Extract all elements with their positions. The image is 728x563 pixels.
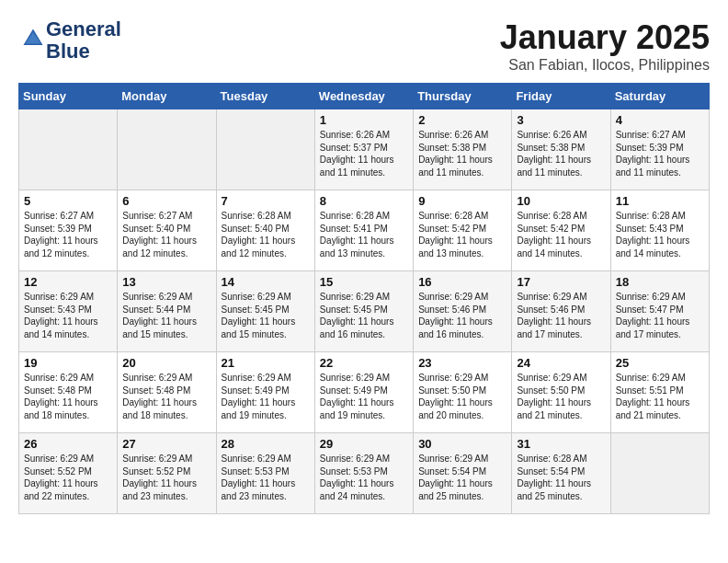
day-number: 15 [320, 275, 408, 289]
day-info: Sunrise: 6:29 AM Sunset: 5:52 PM Dayligh… [122, 453, 210, 502]
day-info: Sunrise: 6:29 AM Sunset: 5:50 PM Dayligh… [517, 372, 605, 421]
day-number: 18 [616, 275, 704, 289]
day-info: Sunrise: 6:29 AM Sunset: 5:48 PM Dayligh… [122, 372, 210, 421]
day-info: Sunrise: 6:26 AM Sunset: 5:38 PM Dayligh… [418, 129, 506, 178]
day-header-saturday: Saturday [610, 84, 709, 109]
calendar-cell: 29Sunrise: 6:29 AM Sunset: 5:53 PM Dayli… [314, 433, 413, 514]
location: San Fabian, Ilocos, Philippines [500, 57, 710, 74]
day-info: Sunrise: 6:26 AM Sunset: 5:37 PM Dayligh… [320, 129, 408, 178]
day-header-tuesday: Tuesday [216, 84, 314, 109]
day-info: Sunrise: 6:29 AM Sunset: 5:48 PM Dayligh… [24, 372, 112, 421]
day-number: 4 [616, 113, 704, 127]
calendar-cell [216, 109, 314, 190]
day-number: 24 [517, 356, 605, 370]
day-info: Sunrise: 6:29 AM Sunset: 5:52 PM Dayligh… [24, 453, 112, 502]
day-number: 3 [517, 113, 605, 127]
day-info: Sunrise: 6:29 AM Sunset: 5:50 PM Dayligh… [418, 372, 506, 421]
day-number: 13 [122, 275, 210, 289]
day-number: 8 [320, 194, 408, 208]
day-info: Sunrise: 6:29 AM Sunset: 5:46 PM Dayligh… [517, 291, 605, 340]
day-header-wednesday: Wednesday [314, 84, 413, 109]
day-number: 25 [616, 356, 704, 370]
calendar-cell: 28Sunrise: 6:29 AM Sunset: 5:53 PM Dayli… [216, 433, 314, 514]
day-info: Sunrise: 6:27 AM Sunset: 5:39 PM Dayligh… [616, 129, 704, 178]
day-number: 21 [222, 356, 310, 370]
day-info: Sunrise: 6:29 AM Sunset: 5:53 PM Dayligh… [222, 453, 310, 502]
day-number: 9 [418, 194, 506, 208]
calendar-cell: 7Sunrise: 6:28 AM Sunset: 5:40 PM Daylig… [216, 190, 314, 271]
logo-text: General Blue [46, 18, 121, 63]
day-info: Sunrise: 6:26 AM Sunset: 5:38 PM Dayligh… [517, 129, 605, 178]
day-info: Sunrise: 6:28 AM Sunset: 5:42 PM Dayligh… [517, 210, 605, 259]
day-header-thursday: Thursday [414, 84, 512, 109]
logo-icon [20, 26, 46, 52]
day-number: 10 [517, 194, 605, 208]
day-number: 11 [616, 194, 704, 208]
calendar-cell [19, 109, 118, 190]
day-number: 30 [418, 437, 506, 451]
day-number: 7 [222, 194, 310, 208]
calendar-cell: 17Sunrise: 6:29 AM Sunset: 5:46 PM Dayli… [512, 271, 610, 352]
calendar-cell: 27Sunrise: 6:29 AM Sunset: 5:52 PM Dayli… [118, 433, 216, 514]
calendar-cell: 11Sunrise: 6:28 AM Sunset: 5:43 PM Dayli… [610, 190, 709, 271]
day-header-friday: Friday [512, 84, 610, 109]
day-number: 17 [517, 275, 605, 289]
week-row: 12Sunrise: 6:29 AM Sunset: 5:43 PM Dayli… [19, 271, 710, 352]
day-number: 31 [517, 437, 605, 451]
week-row: 26Sunrise: 6:29 AM Sunset: 5:52 PM Dayli… [19, 433, 710, 514]
calendar-cell: 22Sunrise: 6:29 AM Sunset: 5:49 PM Dayli… [314, 352, 413, 433]
calendar-cell: 1Sunrise: 6:26 AM Sunset: 5:37 PM Daylig… [314, 109, 413, 190]
calendar-cell: 15Sunrise: 6:29 AM Sunset: 5:45 PM Dayli… [314, 271, 413, 352]
day-info: Sunrise: 6:29 AM Sunset: 5:45 PM Dayligh… [222, 291, 310, 340]
day-info: Sunrise: 6:28 AM Sunset: 5:40 PM Dayligh… [222, 210, 310, 259]
day-header-sunday: Sunday [19, 84, 118, 109]
calendar-cell: 16Sunrise: 6:29 AM Sunset: 5:46 PM Dayli… [414, 271, 512, 352]
calendar-cell: 18Sunrise: 6:29 AM Sunset: 5:47 PM Dayli… [610, 271, 709, 352]
calendar-cell: 9Sunrise: 6:28 AM Sunset: 5:42 PM Daylig… [414, 190, 512, 271]
calendar-cell: 19Sunrise: 6:29 AM Sunset: 5:48 PM Dayli… [19, 352, 118, 433]
day-info: Sunrise: 6:28 AM Sunset: 5:43 PM Dayligh… [616, 210, 704, 259]
day-info: Sunrise: 6:29 AM Sunset: 5:47 PM Dayligh… [616, 291, 704, 340]
day-info: Sunrise: 6:29 AM Sunset: 5:53 PM Dayligh… [320, 453, 408, 502]
calendar-cell: 20Sunrise: 6:29 AM Sunset: 5:48 PM Dayli… [118, 352, 216, 433]
day-info: Sunrise: 6:29 AM Sunset: 5:51 PM Dayligh… [616, 372, 704, 421]
calendar-header: SundayMondayTuesdayWednesdayThursdayFrid… [19, 84, 710, 109]
calendar-cell: 25Sunrise: 6:29 AM Sunset: 5:51 PM Dayli… [610, 352, 709, 433]
day-number: 14 [222, 275, 310, 289]
calendar-cell: 2Sunrise: 6:26 AM Sunset: 5:38 PM Daylig… [414, 109, 512, 190]
day-info: Sunrise: 6:29 AM Sunset: 5:49 PM Dayligh… [222, 372, 310, 421]
day-number: 22 [320, 356, 408, 370]
calendar-cell: 13Sunrise: 6:29 AM Sunset: 5:44 PM Dayli… [118, 271, 216, 352]
day-info: Sunrise: 6:27 AM Sunset: 5:39 PM Dayligh… [24, 210, 112, 259]
calendar-cell: 12Sunrise: 6:29 AM Sunset: 5:43 PM Dayli… [19, 271, 118, 352]
calendar-cell: 23Sunrise: 6:29 AM Sunset: 5:50 PM Dayli… [414, 352, 512, 433]
day-info: Sunrise: 6:29 AM Sunset: 5:45 PM Dayligh… [320, 291, 408, 340]
day-info: Sunrise: 6:29 AM Sunset: 5:43 PM Dayligh… [24, 291, 112, 340]
calendar-cell: 26Sunrise: 6:29 AM Sunset: 5:52 PM Dayli… [19, 433, 118, 514]
calendar-cell: 30Sunrise: 6:29 AM Sunset: 5:54 PM Dayli… [414, 433, 512, 514]
calendar: SundayMondayTuesdayWednesdayThursdayFrid… [18, 83, 710, 514]
title-block: January 2025 San Fabian, Ilocos, Philipp… [500, 18, 710, 74]
calendar-body: 1Sunrise: 6:26 AM Sunset: 5:37 PM Daylig… [19, 109, 710, 514]
month-title: January 2025 [500, 18, 710, 57]
calendar-cell [118, 109, 216, 190]
calendar-cell: 10Sunrise: 6:28 AM Sunset: 5:42 PM Dayli… [512, 190, 610, 271]
day-header-monday: Monday [118, 84, 216, 109]
day-number: 16 [418, 275, 506, 289]
day-number: 2 [418, 113, 506, 127]
calendar-cell: 5Sunrise: 6:27 AM Sunset: 5:39 PM Daylig… [19, 190, 118, 271]
calendar-cell: 6Sunrise: 6:27 AM Sunset: 5:40 PM Daylig… [118, 190, 216, 271]
day-info: Sunrise: 6:29 AM Sunset: 5:49 PM Dayligh… [320, 372, 408, 421]
day-number: 28 [222, 437, 310, 451]
day-number: 12 [24, 275, 112, 289]
day-number: 1 [320, 113, 408, 127]
calendar-cell: 3Sunrise: 6:26 AM Sunset: 5:38 PM Daylig… [512, 109, 610, 190]
day-info: Sunrise: 6:28 AM Sunset: 5:42 PM Dayligh… [418, 210, 506, 259]
day-number: 29 [320, 437, 408, 451]
calendar-cell [610, 433, 709, 514]
day-info: Sunrise: 6:27 AM Sunset: 5:40 PM Dayligh… [122, 210, 210, 259]
calendar-cell: 24Sunrise: 6:29 AM Sunset: 5:50 PM Dayli… [512, 352, 610, 433]
day-number: 19 [24, 356, 112, 370]
day-number: 26 [24, 437, 112, 451]
calendar-cell: 14Sunrise: 6:29 AM Sunset: 5:45 PM Dayli… [216, 271, 314, 352]
